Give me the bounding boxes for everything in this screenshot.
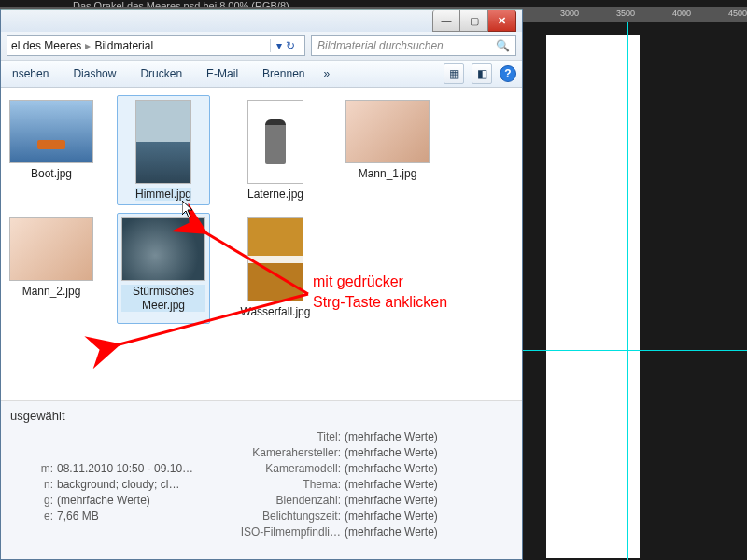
refresh-icon[interactable]: ↻ bbox=[286, 39, 295, 52]
detail-value: (mehrfache Werte) bbox=[345, 478, 513, 491]
file-name: Himmel.jpg bbox=[135, 188, 191, 201]
chevron-right-icon: ▸ bbox=[85, 39, 91, 52]
file-thumbnail bbox=[135, 100, 191, 184]
detail-value: (mehrfache Werte) bbox=[345, 430, 513, 443]
search-icon[interactable]: 🔍 bbox=[496, 39, 510, 52]
ruler-mark: 4000 bbox=[672, 8, 691, 18]
toolbar-drucken[interactable]: Drucken bbox=[134, 63, 188, 84]
toolbar-diashow[interactable]: Diashow bbox=[67, 63, 121, 84]
file-item[interactable]: Boot.jpg bbox=[5, 95, 98, 205]
file-item[interactable]: Stürmisches Meer.jpg bbox=[117, 213, 210, 323]
file-item[interactable]: Himmel.jpg bbox=[117, 95, 210, 205]
detail-label bbox=[10, 525, 53, 539]
toolbar: nsehen Diashow Drucken E-Mail Brennen » … bbox=[1, 60, 522, 88]
window-titlebar[interactable]: — ▢ ✕ bbox=[1, 9, 522, 32]
file-name: Laterne.jpg bbox=[247, 188, 303, 201]
search-input[interactable]: Bildmaterial durchsuchen 🔍 bbox=[311, 35, 516, 56]
detail-value bbox=[57, 430, 225, 443]
detail-value: (mehrfache Werte) bbox=[345, 510, 513, 523]
dropdown-icon[interactable]: ▾ bbox=[276, 39, 282, 52]
detail-value: (mehrfache Werte) bbox=[345, 525, 513, 539]
preview-pane-button[interactable]: ◧ bbox=[472, 63, 492, 84]
breadcrumb[interactable]: el des Meeres ▸ Bildmaterial ▾ ↻ bbox=[7, 35, 305, 56]
ruler-mark: 3500 bbox=[616, 8, 635, 18]
file-name: Wasserfall.jpg bbox=[241, 305, 311, 318]
maximize-button[interactable]: ▢ bbox=[460, 10, 488, 32]
detail-label: m: bbox=[10, 462, 53, 475]
file-grid[interactable]: Boot.jpg Himmel.jpg Laterne.jpg Mann_1.j… bbox=[1, 88, 522, 400]
detail-value: (mehrfache Werte) bbox=[345, 462, 513, 475]
breadcrumb-part[interactable]: el des Meeres bbox=[11, 39, 81, 52]
detail-label bbox=[10, 430, 53, 443]
detail-label: g: bbox=[10, 494, 53, 507]
detail-label: Kameramodell: bbox=[229, 462, 341, 475]
file-name: Boot.jpg bbox=[31, 167, 72, 180]
detail-value: 7,66 MB bbox=[57, 510, 225, 523]
toolbar-brennen[interactable]: Brennen bbox=[257, 63, 310, 84]
detail-label: Kamerahersteller: bbox=[229, 446, 341, 459]
detail-label: n: bbox=[10, 478, 53, 491]
address-row: el des Meeres ▸ Bildmaterial ▾ ↻ Bildmat… bbox=[1, 32, 522, 60]
file-thumbnail bbox=[121, 217, 205, 281]
detail-label: Blendenzahl: bbox=[229, 494, 341, 507]
breadcrumb-part[interactable]: Bildmaterial bbox=[94, 39, 153, 52]
toolbar-email[interactable]: E-Mail bbox=[201, 63, 244, 84]
detail-value: 08.11.2010 10:50 - 09.10… bbox=[57, 462, 225, 475]
detail-label: e: bbox=[10, 510, 53, 523]
view-options-button[interactable]: ▦ bbox=[444, 63, 464, 84]
detail-value bbox=[57, 446, 225, 459]
file-thumbnail bbox=[9, 100, 93, 163]
detail-value bbox=[57, 525, 225, 539]
detail-value: (mehrfache Werte) bbox=[345, 446, 513, 459]
file-name: Mann_2.jpg bbox=[22, 285, 81, 298]
detail-label: ISO-Filmempfindli… bbox=[229, 525, 341, 539]
explorer-window: — ▢ ✕ el des Meeres ▸ Bildmaterial ▾ ↻ B… bbox=[0, 9, 523, 560]
ruler-mark: 4500 bbox=[728, 8, 747, 18]
detail-label: Titel: bbox=[229, 430, 341, 443]
cursor-icon bbox=[182, 201, 195, 219]
file-thumbnail bbox=[247, 100, 303, 184]
file-thumbnail bbox=[345, 100, 430, 163]
ruler-mark: 3000 bbox=[560, 8, 579, 18]
overflow-icon[interactable]: » bbox=[323, 67, 330, 80]
selection-status: usgewählt bbox=[10, 409, 513, 423]
close-button[interactable]: ✕ bbox=[488, 10, 516, 32]
details-pane: usgewählt Titel: (mehrfache Werte) Kamer… bbox=[1, 400, 522, 559]
minimize-button[interactable]: — bbox=[432, 10, 460, 32]
guide-vertical bbox=[627, 22, 628, 560]
toolbar-ansehen[interactable]: nsehen bbox=[7, 63, 54, 84]
file-item[interactable]: Mann_1.jpg bbox=[341, 95, 434, 205]
document-canvas bbox=[546, 35, 640, 558]
file-name: Mann_1.jpg bbox=[359, 167, 417, 180]
detail-label: Thema: bbox=[229, 478, 341, 491]
search-placeholder: Bildmaterial durchsuchen bbox=[317, 39, 444, 52]
file-item[interactable]: Mann_2.jpg bbox=[5, 213, 98, 323]
file-item[interactable]: Laterne.jpg bbox=[229, 95, 322, 205]
host-app-tab-title: Das Orakel des Meeres.psd bei 8,00% (RGB… bbox=[73, 0, 289, 7]
detail-label bbox=[10, 446, 53, 459]
file-thumbnail bbox=[9, 217, 93, 281]
detail-label: Belichtungszeit: bbox=[229, 510, 341, 523]
help-button[interactable]: ? bbox=[500, 65, 516, 82]
file-name: Stürmisches Meer.jpg bbox=[121, 285, 205, 312]
file-item[interactable]: Wasserfall.jpg bbox=[229, 213, 322, 323]
file-thumbnail bbox=[247, 217, 303, 301]
detail-value: background; cloudy; cl… bbox=[57, 478, 225, 491]
detail-value: (mehrfache Werte) bbox=[345, 494, 513, 507]
detail-value: (mehrfache Werte) bbox=[57, 494, 225, 507]
